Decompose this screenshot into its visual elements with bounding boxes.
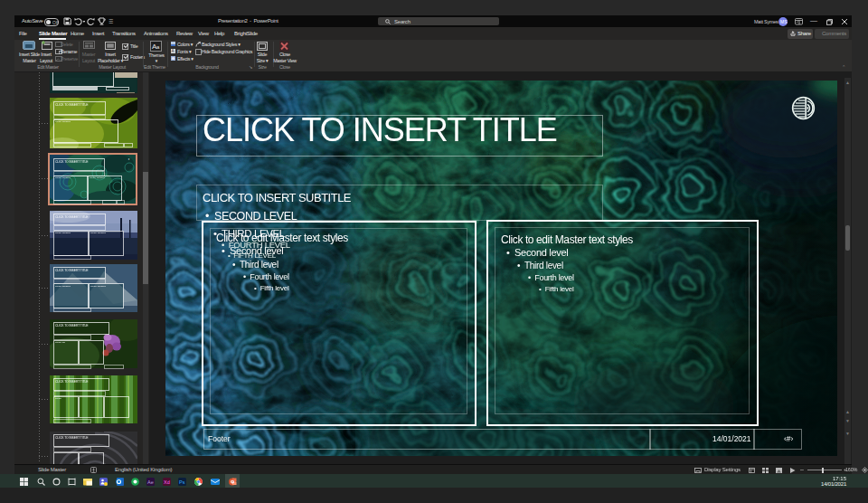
svg-text:Ps: Ps bbox=[179, 479, 185, 484]
svg-text:P: P bbox=[231, 479, 233, 484]
svg-text:Xd: Xd bbox=[164, 479, 170, 484]
svg-text:Ae: Ae bbox=[147, 479, 154, 484]
